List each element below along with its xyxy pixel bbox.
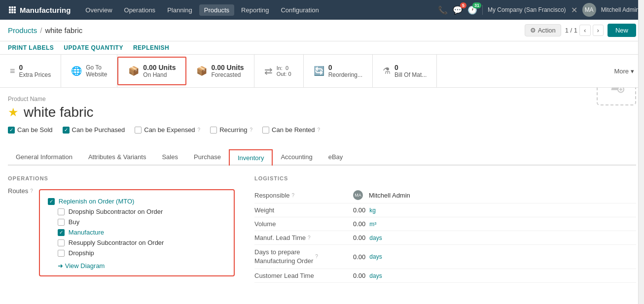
breadcrumb: Products / white fabric [8, 26, 82, 34]
scrollbar[interactable] [638, 0, 644, 304]
stat-extra-prices[interactable]: ≡ 0 Extra Prices [0, 55, 61, 87]
responsible-avatar: MA [353, 190, 363, 200]
route-dropship-subcontractor[interactable]: Dropship Subcontractor on Order [58, 206, 226, 217]
favorite-star-icon[interactable]: ★ [8, 105, 19, 119]
stat-units-forecasted[interactable]: 📦 0.00 Units Forecasted [186, 55, 254, 87]
route-dropship[interactable]: Dropship [58, 248, 226, 258]
user-name: Mitchell Admin [601, 6, 639, 13]
logistics-section: LOGISTICS Responsible ? MA Mitchell Admi… [254, 175, 636, 283]
route-resupply-sub-label: Resupply Subcontractor on Order [69, 239, 164, 246]
checkboxes-row: ✓ Can be Sold ✓ Can be Purchased Can be … [8, 126, 597, 134]
menu-planning[interactable]: Planning [162, 4, 197, 16]
reordering-count: 0 [328, 64, 362, 71]
recurring-checkbox[interactable]: Recurring ? [210, 126, 252, 134]
manuf-lead-time-value: 0.00 days [353, 234, 636, 241]
volume-value: 0.00 m³ [353, 220, 636, 228]
weight-unit: kg [369, 207, 376, 214]
volume-label: Volume [254, 220, 353, 228]
can-be-purchased-check-icon: ✓ [63, 127, 70, 134]
bom-count: 0 [394, 64, 427, 71]
menu-reporting[interactable]: Reporting [236, 4, 274, 16]
can-be-rented-help-icon: ? [318, 127, 321, 133]
can-be-expensed-checkbox[interactable]: Can be Expensed ? [135, 126, 200, 134]
menu-overview[interactable]: Overview [80, 4, 117, 16]
settings-icon[interactable]: ✕ [571, 5, 577, 15]
menu-configuration[interactable]: Configuration [276, 4, 323, 16]
can-be-sold-checkbox[interactable]: ✓ Can be Sold [8, 126, 53, 134]
breadcrumb-bar: Products / white fabric ⚙ Action 1 / 1 ‹… [0, 20, 644, 41]
route-replenish-mto[interactable]: ✓ Replenish on Order (MTO) [48, 196, 226, 206]
logistics-customer-lead-time: Customer Lead Time 0.00 days [254, 269, 636, 283]
menu-products[interactable]: Products [199, 4, 234, 16]
extra-prices-count: 0 [19, 64, 51, 71]
view-diagram-link[interactable]: ➜ View Diagram [58, 262, 226, 270]
activity-button[interactable]: 🕐 31 [467, 5, 477, 15]
tab-ebay[interactable]: eBay [321, 149, 351, 166]
tab-purchase[interactable]: Purchase [186, 149, 229, 166]
route-manufacture[interactable]: ✓ Manufacture [58, 227, 226, 237]
route-dropship-sub-label: Dropship Subcontractor on Order [69, 208, 163, 215]
route-replenish-mto-label: Replenish on Order (MTO) [59, 198, 135, 205]
routes-box: ✓ Replenish on Order (MTO) Dropship Subc… [39, 189, 235, 276]
logistics-manuf-lead-time: Manuf. Lead Time ? 0.00 days [254, 231, 636, 245]
units-forecasted-label: Forecasted [211, 71, 244, 78]
stat-in-out[interactable]: ⇄ In: 0 Out: 0 [254, 55, 304, 87]
tab-accounting[interactable]: Accounting [273, 149, 320, 166]
product-header: Product Name ★ white fabric ✓ Can be Sol… [8, 96, 636, 141]
chat-button[interactable]: 💬 5 [453, 5, 463, 15]
prev-button[interactable]: ‹ [579, 25, 590, 36]
separator [482, 5, 483, 15]
svg-rect-0 [9, 6, 11, 8]
stat-go-to-website[interactable]: 🌐 Go ToWebsite [61, 55, 117, 87]
print-labels-button[interactable]: PRINT LABELS [8, 44, 54, 51]
user-avatar[interactable]: MA [582, 3, 596, 17]
action-button[interactable]: ⚙ Action [525, 24, 561, 36]
routes-field-label: Routes ? [8, 187, 33, 195]
next-button[interactable]: › [593, 25, 604, 36]
svg-rect-2 [14, 6, 16, 8]
tab-sales[interactable]: Sales [154, 149, 186, 166]
update-quantity-button[interactable]: UPDATE QUANTITY [64, 44, 123, 51]
pagination-count: 1 / 1 [565, 27, 577, 34]
units-forecasted-value: 0.00 Units [211, 64, 244, 71]
route-manufacture-label: Manufacture [69, 229, 104, 236]
units-on-hand-label: On Hand [143, 71, 176, 78]
gear-icon: ⚙ [530, 27, 536, 34]
can-be-purchased-label: Can be Purchased [72, 126, 125, 134]
customer-lead-time-value: 0.00 days [353, 272, 636, 279]
breadcrumb-separator: / [40, 26, 42, 34]
stat-bill-of-materials[interactable]: ⚗ 0 Bill Of Mat... [373, 55, 437, 87]
reordering-label: Reordering... [328, 71, 362, 78]
bom-icon: ⚗ [383, 66, 391, 76]
new-button[interactable]: New [608, 24, 636, 37]
can-be-purchased-checkbox[interactable]: ✓ Can be Purchased [63, 126, 125, 134]
apps-menu-button[interactable] [5, 6, 20, 14]
go-to-website-label: Go ToWebsite [86, 64, 107, 78]
main-content: Product Name ★ white fabric ✓ Can be Sol… [0, 88, 644, 304]
product-title: white fabric [24, 104, 94, 120]
activity-badge: 31 [472, 2, 481, 8]
stat-reordering[interactable]: 🔄 0 Reordering... [304, 55, 373, 87]
days-to-prepare-value: 0.00 days [353, 253, 636, 261]
route-buy-label: Buy [69, 218, 79, 226]
logistics-responsible: Responsible ? MA Mitchell Admin [254, 187, 636, 203]
tab-inventory[interactable]: Inventory [229, 149, 273, 166]
can-be-rented-checkbox[interactable]: Can be Rented ? [262, 126, 320, 134]
replenish-button[interactable]: REPLENISH [133, 44, 169, 51]
route-dropship-check [58, 250, 65, 257]
route-resupply-subcontractor[interactable]: Resupply Subcontractor on Order [58, 237, 226, 248]
action-bar: PRINT LABELS UPDATE QUANTITY REPLENISH [0, 41, 644, 55]
tab-general-information[interactable]: General Information [8, 149, 80, 166]
logistics-volume: Volume 0.00 m³ [254, 217, 636, 231]
route-buy[interactable]: Buy [58, 217, 226, 227]
tab-attributes-variants[interactable]: Attributes & Variants [80, 149, 154, 166]
menu-operations[interactable]: Operations [119, 4, 161, 16]
phone-icon[interactable]: 📞 [438, 5, 448, 15]
stat-units-on-hand[interactable]: 📦 0.00 Units On Hand [117, 57, 186, 85]
operations-section: OPERATIONS Routes ? ✓ Replenish on Order… [8, 175, 235, 283]
product-title-row: ★ white fabric [8, 104, 597, 120]
breadcrumb-parent[interactable]: Products [8, 26, 37, 34]
app-name: Manufacturing [20, 6, 71, 14]
product-image[interactable] [597, 88, 636, 105]
logistics-table: Responsible ? MA Mitchell Admin Weight 0… [254, 187, 636, 283]
